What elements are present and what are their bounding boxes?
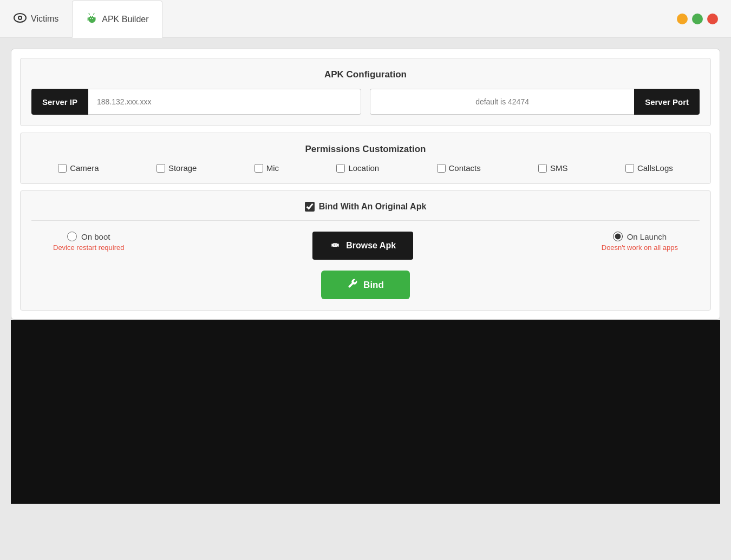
bind-section: Bind With An Original Apk On boot Device… [20, 190, 711, 311]
permissions-row: Camera Storage Mic Location Contacts [31, 163, 700, 173]
server-port-button[interactable]: Server Port [634, 89, 700, 115]
browse-apk-label: Browse Apk [346, 241, 396, 251]
perm-callslogs[interactable]: CallsLogs [625, 163, 673, 173]
camera-label: Camera [70, 163, 99, 173]
tab-apk-builder-label: APK Builder [102, 15, 148, 24]
apk-config-title: APK Configuration [31, 69, 700, 80]
bind-on-boot-option: On boot Device restart required [53, 232, 125, 252]
perm-sms[interactable]: SMS [538, 163, 568, 173]
on-boot-note: Device restart required [53, 243, 125, 252]
window-controls [677, 0, 731, 37]
browse-apk-button[interactable]: Browse Apk [312, 232, 413, 260]
server-port-input[interactable] [370, 89, 634, 115]
callslogs-label: CallsLogs [637, 163, 673, 173]
permissions-title: Permissions Customization [31, 144, 700, 155]
server-port-group: Server Port [370, 89, 700, 115]
bind-options-row: On boot Device restart required [31, 232, 700, 260]
svg-point-7 [92, 18, 93, 19]
perm-location[interactable]: Location [336, 163, 379, 173]
bind-checkbox[interactable] [305, 202, 315, 212]
svg-rect-8 [332, 243, 338, 247]
eye-icon [14, 13, 27, 25]
svg-rect-5 [89, 17, 95, 21]
on-launch-radio[interactable] [613, 232, 623, 241]
bind-on-boot-top: On boot [67, 232, 110, 241]
server-ip-input[interactable] [88, 89, 361, 115]
tab-apk-builder[interactable]: APK Builder [72, 1, 162, 38]
server-ip-group: Server IP [31, 89, 361, 115]
perm-contacts[interactable]: Contacts [437, 163, 481, 173]
on-boot-label: On boot [81, 232, 110, 241]
sms-label: SMS [550, 163, 568, 173]
top-bar: Victims APK Builder [0, 0, 731, 38]
on-launch-label: On Launch [627, 232, 667, 241]
location-checkbox[interactable] [336, 164, 345, 173]
close-button[interactable] [707, 14, 718, 24]
perm-storage[interactable]: Storage [156, 163, 197, 173]
on-boot-radio[interactable] [67, 232, 77, 241]
contacts-checkbox[interactable] [437, 164, 446, 173]
perm-camera[interactable]: Camera [58, 163, 99, 173]
bind-btn-row: Bind [31, 271, 700, 299]
bind-on-launch-option: On Launch Doesn't work on all apps [602, 232, 678, 252]
apk-config-section: APK Configuration Server IP Server Port [20, 58, 711, 126]
tab-victims[interactable]: Victims [0, 0, 72, 37]
maximize-button[interactable] [692, 14, 703, 24]
browse-android-icon [330, 239, 341, 252]
location-label: Location [348, 163, 379, 173]
server-inputs-wrapper: Server IP Server Port [31, 89, 700, 115]
camera-checkbox[interactable] [58, 164, 67, 173]
bind-btn-label: Bind [363, 280, 384, 291]
server-ip-button[interactable]: Server IP [31, 89, 88, 115]
storage-checkbox[interactable] [156, 164, 165, 173]
main-content: APK Configuration Server IP Server Port … [0, 38, 731, 560]
svg-point-10 [336, 245, 337, 246]
on-launch-note: Doesn't work on all apps [602, 243, 678, 252]
wrench-icon [347, 278, 358, 292]
mic-label: Mic [266, 163, 279, 173]
tab-victims-label: Victims [31, 14, 58, 24]
svg-point-2 [19, 17, 21, 19]
bind-title-text: Bind With An Original Apk [319, 202, 427, 212]
sms-checkbox[interactable] [538, 164, 547, 173]
svg-point-6 [90, 18, 92, 19]
outer-card: APK Configuration Server IP Server Port … [11, 49, 720, 320]
mic-checkbox[interactable] [254, 164, 263, 173]
callslogs-checkbox[interactable] [625, 164, 634, 173]
bind-on-launch-top: On Launch [613, 232, 667, 241]
storage-label: Storage [168, 163, 197, 173]
permissions-section: Permissions Customization Camera Storage… [20, 133, 711, 184]
contacts-label: Contacts [449, 163, 481, 173]
svg-point-9 [334, 245, 335, 246]
bind-button[interactable]: Bind [321, 271, 410, 299]
bottom-terminal-area [11, 320, 720, 504]
perm-mic[interactable]: Mic [254, 163, 279, 173]
bind-title-row: Bind With An Original Apk [31, 202, 700, 221]
minimize-button[interactable] [677, 14, 688, 24]
android-icon [86, 12, 97, 27]
